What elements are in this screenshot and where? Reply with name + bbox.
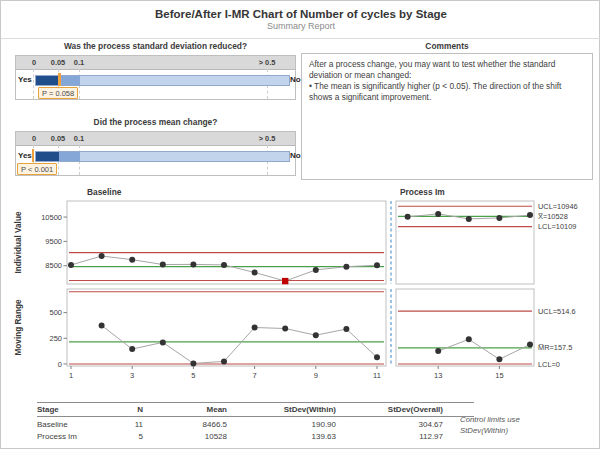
comments-panel: Comments After a process change, you may… bbox=[301, 41, 593, 180]
scale-label: 0 bbox=[29, 134, 39, 143]
p-value-marker bbox=[58, 73, 60, 86]
cell-n: 11 bbox=[107, 420, 143, 429]
column-header: N bbox=[107, 405, 143, 414]
cell-stage: Baseline bbox=[37, 420, 107, 429]
bar-segment-marginal bbox=[59, 76, 80, 85]
data-point bbox=[435, 211, 441, 217]
data-point bbox=[190, 261, 196, 267]
note-line: Control limits use bbox=[460, 415, 590, 426]
comments-body: After a process change, you may want to … bbox=[301, 53, 593, 180]
data-point bbox=[190, 360, 196, 366]
plot-panel bbox=[67, 289, 386, 366]
comments-title: Comments bbox=[301, 41, 593, 52]
p-value-bar bbox=[35, 151, 290, 162]
p-value-gauge: 0 0.05 0.1 > 0.5 Yes No P = 0.058 bbox=[15, 55, 296, 100]
question-title: Was the process standard deviation reduc… bbox=[15, 41, 296, 52]
table-row: Baseline 11 8466.5 190.90 304.67 bbox=[37, 419, 474, 431]
data-point bbox=[99, 322, 105, 328]
data-point bbox=[527, 212, 533, 218]
scale-label: 0.05 bbox=[46, 134, 70, 143]
p-value-bar bbox=[35, 75, 290, 86]
data-point bbox=[129, 346, 135, 352]
bar-segment-significant bbox=[36, 152, 59, 161]
data-point bbox=[313, 267, 319, 273]
x-tick-label: 13 bbox=[434, 371, 442, 380]
cell-stdev-within: 190.90 bbox=[227, 420, 336, 429]
plot-panel bbox=[396, 289, 534, 366]
table-row: Process Im 5 10528 139.63 112.97 bbox=[37, 431, 474, 443]
cell-stdev-overall: 112.97 bbox=[336, 432, 443, 441]
data-point bbox=[68, 262, 74, 268]
data-point bbox=[435, 348, 441, 354]
data-series-line bbox=[71, 256, 377, 281]
x-tick-label: 7 bbox=[253, 371, 257, 380]
x-tick-label: 15 bbox=[495, 371, 503, 380]
data-point bbox=[496, 215, 502, 221]
report-subtitle: Summary Report bbox=[1, 21, 600, 31]
data-point bbox=[99, 253, 105, 259]
data-point bbox=[374, 262, 380, 268]
data-point bbox=[374, 354, 380, 360]
comments-intro: After a process change, you may want to … bbox=[309, 59, 585, 81]
data-point bbox=[313, 332, 319, 338]
plot-panel bbox=[396, 201, 534, 284]
bar-segment-notsignificant bbox=[80, 76, 289, 85]
limit-label: X̅=10528 bbox=[537, 212, 567, 221]
bar-segment-notsignificant bbox=[80, 152, 289, 161]
data-point bbox=[252, 269, 258, 275]
scale-label: > 0.5 bbox=[251, 134, 283, 143]
control-limits-note: Control limits use StDev(Within) bbox=[460, 415, 590, 436]
bar-segment-significant bbox=[36, 76, 59, 85]
y-tick-label: 0 bbox=[58, 360, 62, 369]
note-line: StDev(Within) bbox=[460, 426, 590, 437]
scale-gridline bbox=[33, 69, 34, 99]
yes-label: Yes bbox=[18, 151, 32, 160]
p-value-gauge: 0 0.05 0.1 > 0.5 Yes No P < 0.001 bbox=[15, 131, 296, 176]
limit-label: UCL=10946 bbox=[538, 202, 578, 211]
limit-label: M̅R=157.5 bbox=[538, 343, 572, 352]
y-axis-title: Individual Value bbox=[14, 211, 23, 273]
x-tick-label: 11 bbox=[373, 371, 381, 380]
individual-value-chart[interactable]: 8500950010500BaselineProcess ImUCL=10946… bbox=[14, 187, 578, 284]
cell-mean: 10528 bbox=[143, 432, 227, 441]
y-tick-label: 10500 bbox=[41, 213, 62, 222]
stage-label: Baseline bbox=[87, 187, 122, 197]
out-of-control-point bbox=[282, 278, 288, 284]
column-header: StDev(Within) bbox=[227, 405, 336, 414]
x-tick-label: 3 bbox=[130, 371, 134, 380]
p-value-marker bbox=[32, 149, 34, 162]
data-point bbox=[527, 341, 533, 347]
column-header: StDev(Overall) bbox=[336, 405, 443, 414]
data-series-line bbox=[102, 325, 377, 363]
y-axis-title: Moving Range bbox=[14, 299, 23, 355]
data-point bbox=[466, 336, 472, 342]
cell-n: 5 bbox=[107, 432, 143, 441]
p-value-label: P < 0.001 bbox=[17, 163, 57, 175]
y-tick-label: 250 bbox=[49, 334, 62, 343]
data-point bbox=[160, 339, 166, 345]
p-scale-strip: 0 0.05 0.1 > 0.5 bbox=[16, 56, 295, 70]
data-point bbox=[160, 262, 166, 268]
p-value-label: P = 0.058 bbox=[38, 87, 78, 99]
moving-range-chart[interactable]: 0250500UCL=514.6M̅R=157.5LCL=0Moving Ran… bbox=[14, 289, 576, 380]
x-tick-label: 1 bbox=[69, 371, 73, 380]
summary-report[interactable]: Before/After I-MR Chart of Number of cyc… bbox=[0, 0, 600, 449]
data-point bbox=[221, 358, 227, 364]
data-point bbox=[466, 216, 472, 222]
y-tick-label: 8500 bbox=[45, 261, 62, 270]
bar-segment-marginal bbox=[59, 152, 80, 161]
limit-label: UCL=514.6 bbox=[538, 307, 576, 316]
limit-label: LCL=10109 bbox=[538, 222, 576, 231]
data-point bbox=[343, 264, 349, 270]
y-tick-label: 9500 bbox=[45, 237, 62, 246]
column-header: Stage bbox=[37, 405, 107, 414]
question-panel-stdev: Was the process standard deviation reduc… bbox=[15, 41, 296, 100]
data-point bbox=[129, 257, 135, 263]
data-series-line bbox=[438, 339, 530, 359]
comments-bullet: • The mean is significantly higher (p < … bbox=[309, 81, 585, 103]
data-point bbox=[496, 356, 502, 362]
x-tick-label: 9 bbox=[314, 371, 318, 380]
table-header-row: Stage N Mean StDev(Within) StDev(Overall… bbox=[37, 402, 474, 417]
plot-panel bbox=[67, 201, 386, 284]
cell-stage: Process Im bbox=[37, 432, 107, 441]
